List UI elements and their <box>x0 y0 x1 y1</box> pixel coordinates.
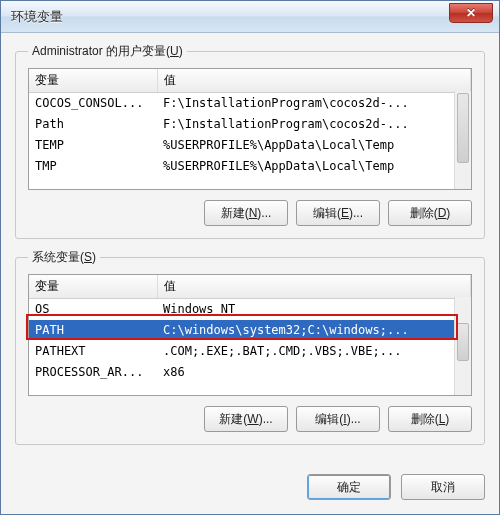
cell-variable: Path <box>29 114 157 135</box>
close-icon: ✕ <box>466 6 476 20</box>
user-new-button[interactable]: 新建(N)... <box>204 200 288 226</box>
dialog-content: Administrator 的用户变量(U) 变量 值 COCOS_CONSOL <box>1 33 499 466</box>
user-edit-button[interactable]: 编辑(E)... <box>296 200 380 226</box>
system-delete-button[interactable]: 删除(L) <box>388 406 472 432</box>
system-rows: OSWindows_NTPATHC:\windows\system32;C:\w… <box>29 299 471 383</box>
table-row[interactable]: PathF:\InstallationProgram\cocos2d-... <box>29 114 471 135</box>
scrollbar[interactable] <box>454 91 471 189</box>
cell-value: C:\windows\system32;C:\windows;... <box>157 320 471 341</box>
user-variables-group: Administrator 的用户变量(U) 变量 值 COCOS_CONSOL <box>15 43 485 239</box>
list-header[interactable]: 变量 值 <box>29 275 471 299</box>
user-variables-list[interactable]: 变量 值 COCOS_CONSOL...F:\InstallationProgr… <box>28 68 472 190</box>
table-row[interactable]: PROCESSOR_AR...x86 <box>29 362 471 383</box>
system-variables-list[interactable]: 变量 值 OSWindows_NTPATHC:\windows\system32… <box>28 274 472 396</box>
col-header-variable[interactable]: 变量 <box>29 275 157 299</box>
table-row[interactable]: TEMP%USERPROFILE%\AppData\Local\Temp <box>29 135 471 156</box>
system-variables-legend: 系统变量(S) <box>28 249 100 266</box>
user-variables-legend: Administrator 的用户变量(U) <box>28 43 187 60</box>
cell-value: x86 <box>157 362 471 383</box>
col-header-value[interactable]: 值 <box>157 69 471 93</box>
cell-value: %USERPROFILE%\AppData\Local\Temp <box>157 156 471 177</box>
cell-value: Windows_NT <box>157 299 471 320</box>
user-delete-button[interactable]: 删除(D) <box>388 200 472 226</box>
cell-value: .COM;.EXE;.BAT;.CMD;.VBS;.VBE;... <box>157 341 471 362</box>
table-row[interactable]: TMP%USERPROFILE%\AppData\Local\Temp <box>29 156 471 177</box>
user-buttons: 新建(N)... 编辑(E)... 删除(D) <box>28 200 472 226</box>
table-row[interactable]: PATHC:\windows\system32;C:\windows;... <box>29 320 471 341</box>
dialog-footer: 确定 取消 <box>1 466 499 514</box>
cell-variable: TEMP <box>29 135 157 156</box>
cell-value: %USERPROFILE%\AppData\Local\Temp <box>157 135 471 156</box>
list-header[interactable]: 变量 值 <box>29 69 471 93</box>
close-button[interactable]: ✕ <box>449 3 493 23</box>
table-row[interactable]: COCOS_CONSOL...F:\InstallationProgram\co… <box>29 93 471 114</box>
titlebar[interactable]: 环境变量 ✕ <box>1 1 499 33</box>
cell-variable: PATH <box>29 320 157 341</box>
window-title: 环境变量 <box>11 8 63 26</box>
table-row[interactable]: OSWindows_NT <box>29 299 471 320</box>
cell-value: F:\InstallationProgram\cocos2d-... <box>157 93 471 114</box>
scrollbar[interactable] <box>454 297 471 395</box>
user-rows: COCOS_CONSOL...F:\InstallationProgram\co… <box>29 93 471 177</box>
cell-variable: PATHEXT <box>29 341 157 362</box>
cell-variable: PROCESSOR_AR... <box>29 362 157 383</box>
system-edit-button[interactable]: 编辑(I)... <box>296 406 380 432</box>
table-row[interactable]: PATHEXT.COM;.EXE;.BAT;.CMD;.VBS;.VBE;... <box>29 341 471 362</box>
system-variables-group: 系统变量(S) 变量 值 OSWindows_NTPATHC:\windows\ <box>15 249 485 445</box>
cell-variable: OS <box>29 299 157 320</box>
scroll-thumb[interactable] <box>457 323 469 361</box>
system-new-button[interactable]: 新建(W)... <box>204 406 288 432</box>
env-variables-dialog: 环境变量 ✕ Administrator 的用户变量(U) 变量 值 <box>0 0 500 515</box>
ok-button[interactable]: 确定 <box>307 474 391 500</box>
col-header-value[interactable]: 值 <box>157 275 471 299</box>
col-header-variable[interactable]: 变量 <box>29 69 157 93</box>
cancel-button[interactable]: 取消 <box>401 474 485 500</box>
cell-variable: COCOS_CONSOL... <box>29 93 157 114</box>
cell-value: F:\InstallationProgram\cocos2d-... <box>157 114 471 135</box>
cell-variable: TMP <box>29 156 157 177</box>
system-buttons: 新建(W)... 编辑(I)... 删除(L) <box>28 406 472 432</box>
scroll-thumb[interactable] <box>457 93 469 163</box>
